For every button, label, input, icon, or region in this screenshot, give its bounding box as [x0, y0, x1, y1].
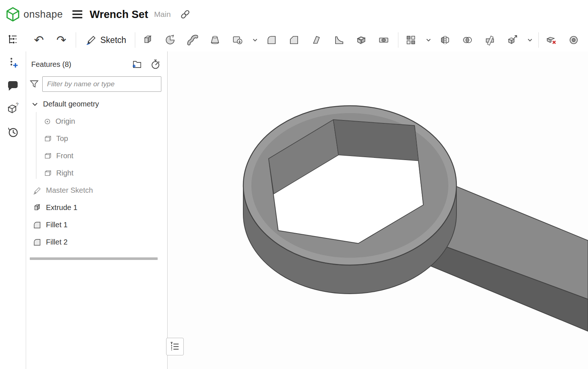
rollback-timer-button[interactable] [150, 59, 161, 70]
wrench-model[interactable] [243, 106, 588, 331]
history-icon [6, 126, 19, 139]
onshape-logo-icon[interactable] [5, 7, 21, 22]
pattern-dropdown[interactable] [424, 31, 433, 49]
feature-toolbar: ↶ ↷ Sketch [26, 29, 588, 51]
extrude-icon [33, 203, 42, 212]
boolean-button[interactable] [459, 31, 476, 49]
tree-item-master-sketch[interactable]: Master Sketch [26, 182, 167, 199]
split-icon [484, 35, 495, 46]
new-folder-icon [131, 59, 142, 70]
extrude-button[interactable] [139, 31, 157, 49]
delete-part-button[interactable] [542, 31, 560, 49]
split-button[interactable] [481, 31, 499, 49]
tree-item-label: Front [56, 152, 74, 160]
transform-icon [507, 35, 518, 46]
undo-icon: ↶ [34, 34, 44, 46]
thicken-button[interactable] [229, 31, 246, 49]
tree-item-fillet-2[interactable]: Fillet 2 [26, 234, 167, 251]
workspace-name[interactable]: Main [154, 10, 171, 19]
comments-icon [6, 79, 19, 93]
tree-item-fillet-1[interactable]: Fillet 1 [26, 216, 167, 234]
new-folder-button[interactable] [131, 59, 142, 70]
features-panel-header: Features (8) [26, 51, 167, 72]
tree-item-label: Fillet 2 [46, 238, 68, 246]
thicken-icon [232, 35, 243, 46]
plane-icon [44, 152, 52, 160]
feature-list-toggle-button[interactable] [166, 338, 184, 355]
filter-input[interactable] [42, 76, 161, 92]
tree-group-label: Default geometry [43, 100, 99, 108]
fillet-icon [33, 221, 42, 229]
history-rail-button[interactable] [3, 122, 23, 142]
svg-text:?: ? [16, 102, 18, 107]
shell-icon [356, 35, 367, 46]
tree-item-label: Right [56, 169, 74, 177]
transform-button[interactable] [503, 31, 521, 49]
main-menu-icon[interactable] [72, 10, 82, 18]
thicken-dropdown[interactable] [251, 31, 259, 49]
sketch-pencil-icon [33, 186, 42, 195]
revolve-icon [165, 35, 176, 46]
revolve-button[interactable] [161, 31, 179, 49]
rollback-bar[interactable] [30, 257, 158, 260]
tree-group-default-geometry[interactable]: Default geometry [26, 95, 167, 113]
comments-rail-button[interactable] [3, 76, 23, 96]
origin-icon [44, 118, 51, 125]
part-info-rail-button[interactable]: ? [3, 99, 23, 119]
features-panel-title: Features (8) [31, 60, 71, 69]
tree-item-origin[interactable]: Origin [26, 113, 167, 130]
left-rail: ? [0, 29, 26, 369]
toolbar-separator [538, 32, 539, 48]
tree-item-front-plane[interactable]: Front [26, 147, 167, 164]
modify-fillet-icon [568, 35, 579, 46]
hex-wall-top [333, 120, 420, 161]
chamfer-button[interactable] [285, 31, 303, 49]
sketch-label: Sketch [100, 35, 126, 45]
default-geometry-children: Origin Top Front [26, 113, 167, 182]
tree-item-label: Origin [55, 117, 75, 126]
fillet-icon [33, 238, 42, 247]
fillet-button[interactable] [263, 31, 280, 49]
loft-icon [209, 35, 220, 46]
chevron-down-icon [527, 37, 533, 43]
sweep-button[interactable] [184, 31, 201, 49]
sketch-pencil-icon [86, 35, 97, 46]
draft-button[interactable] [308, 31, 325, 49]
linear-pattern-button[interactable] [402, 31, 420, 49]
mirror-icon [440, 35, 451, 46]
hole-button[interactable] [375, 31, 392, 49]
plane-icon [44, 135, 52, 143]
variables-rail-button[interactable] [3, 53, 23, 73]
top-bar: onshape Wrench Set Main [0, 0, 588, 29]
toolbar-separator [76, 32, 76, 48]
filter-funnel-icon [29, 79, 39, 89]
rib-button[interactable] [330, 31, 348, 49]
brand-name: onshape [24, 9, 63, 20]
undo-button[interactable]: ↶ [30, 31, 48, 49]
toolbar-separator [398, 32, 398, 48]
chevron-down-icon [426, 37, 431, 43]
feature-list-rail-button[interactable] [3, 29, 23, 50]
delete-part-icon [546, 35, 557, 46]
fillet-icon [266, 35, 277, 46]
variables-add-icon [6, 56, 19, 69]
share-link-icon[interactable] [180, 9, 191, 20]
loft-button[interactable] [206, 31, 224, 49]
sweep-icon [187, 35, 198, 46]
shell-button[interactable] [352, 31, 370, 49]
hole-icon [378, 35, 389, 46]
modify-fillet-button[interactable] [565, 31, 582, 49]
chevron-down-icon [252, 37, 258, 43]
tree-item-top-plane[interactable]: Top [26, 130, 167, 147]
transform-dropdown[interactable] [526, 31, 534, 49]
tree-item-extrude-1[interactable]: Extrude 1 [26, 199, 167, 216]
redo-button[interactable]: ↷ [53, 31, 70, 49]
tree-item-label: Extrude 1 [46, 203, 78, 212]
tree-item-right-plane[interactable]: Right [26, 164, 167, 182]
mirror-button[interactable] [436, 31, 454, 49]
tree-item-label: Fillet 1 [46, 221, 68, 229]
onshape-app: onshape Wrench Set Main ↶ ↷ [0, 0, 588, 369]
sketch-button[interactable]: Sketch [80, 31, 132, 49]
feature-list-icon [6, 33, 19, 46]
chevron-down-icon [31, 101, 39, 108]
